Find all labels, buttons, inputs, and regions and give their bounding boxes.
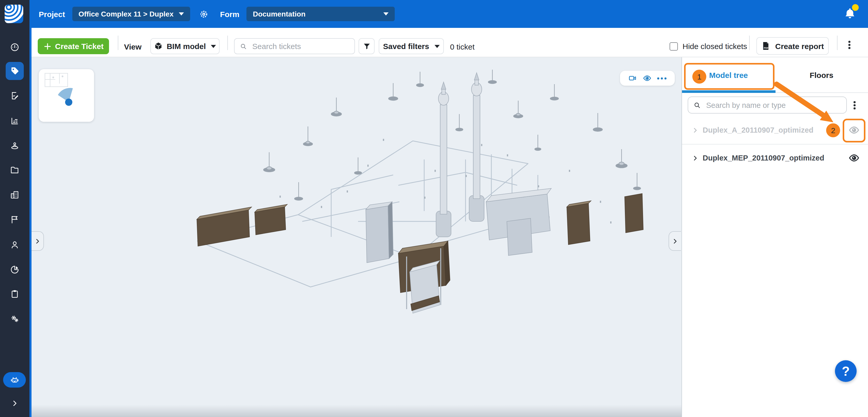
chevron-right-icon — [34, 238, 41, 244]
toolbar-more-button[interactable] — [846, 40, 853, 50]
sidebar-item-reports[interactable] — [6, 112, 24, 130]
app-window: Project Office Complex 11 > Duplex Form … — [0, 0, 868, 417]
chevron-down-icon — [211, 45, 216, 48]
tag-icon — [10, 66, 20, 76]
view-controls — [620, 71, 675, 86]
chevron-down-icon — [434, 45, 439, 48]
sidebar-item-documents[interactable] — [6, 161, 24, 179]
saved-filters-label: Saved filters — [383, 42, 429, 50]
ticket-search — [234, 38, 355, 54]
person-location-icon — [10, 141, 20, 151]
create-ticket-button[interactable]: Create Ticket — [38, 38, 109, 54]
dashboard-icon — [10, 42, 20, 52]
chevron-right-icon — [672, 238, 678, 244]
left-panel-expand-handle[interactable] — [32, 231, 44, 251]
chevron-right-icon — [10, 399, 18, 407]
sidebar-expand-button[interactable] — [9, 396, 20, 410]
tree-options-button[interactable] — [851, 100, 858, 111]
notifications-button[interactable] — [843, 7, 857, 21]
panel-tabs: Model tree Floors — [682, 57, 868, 93]
model-search-input[interactable] — [705, 100, 841, 110]
create-report-button[interactable]: PDF Create report — [756, 37, 829, 55]
visibility-button[interactable] — [643, 74, 652, 82]
form-select[interactable]: Documentation — [247, 7, 395, 21]
project-label: Project — [39, 9, 65, 18]
chevron-down-icon — [383, 12, 389, 15]
sidebar-item-analytics[interactable] — [6, 260, 24, 279]
sidebar-accent-rail — [29, 0, 32, 417]
camera-view-button[interactable] — [628, 74, 637, 82]
tab-model-tree-label: Model tree — [709, 70, 748, 79]
chevron-down-icon — [179, 12, 184, 15]
sidebar-item-projects[interactable] — [6, 186, 24, 204]
visibility-toggle-hidden[interactable] — [848, 125, 860, 136]
buildings-icon — [10, 190, 20, 200]
create-ticket-label: Create Ticket — [55, 42, 103, 50]
view-label: View — [124, 42, 142, 51]
tree-row-duplex-mep[interactable]: Duplex_MEP_20110907_optimized — [682, 144, 868, 171]
toolbar-divider — [837, 36, 838, 50]
expand-chevron-icon[interactable] — [692, 154, 699, 161]
sidebar-item-settings[interactable] — [6, 310, 24, 328]
visibility-toggle-visible[interactable] — [848, 152, 860, 164]
project-select-value: Office Complex 11 > Duplex — [79, 10, 174, 18]
pie-chart-icon — [10, 265, 20, 275]
project-select[interactable]: Office Complex 11 > Duplex — [72, 7, 190, 21]
tab-floors[interactable]: Floors — [775, 57, 868, 92]
toolbar-divider — [118, 36, 118, 50]
tree-item-label: Duplex_MEP_20110907_optimized — [703, 154, 868, 162]
toolbar-divider — [227, 36, 228, 50]
ticket-search-input[interactable] — [251, 41, 349, 51]
create-report-label: Create report — [775, 41, 824, 50]
viewer-canvas[interactable] — [32, 57, 681, 417]
model-search — [688, 97, 847, 113]
help-button[interactable]: ? — [835, 360, 857, 382]
ticket-count: 0 ticket — [450, 42, 474, 51]
gear-icon — [199, 9, 209, 19]
sidebar-item-dashboard[interactable] — [6, 38, 24, 56]
plus-icon — [43, 42, 52, 50]
sidebar-item-users[interactable] — [6, 236, 24, 254]
view-more-button[interactable] — [657, 77, 667, 79]
folder-icon — [10, 165, 20, 175]
help-label: ? — [842, 363, 850, 379]
expand-chevron-icon[interactable] — [692, 127, 699, 133]
tickets-toolbar: Create Ticket View BIM model Saved filte… — [29, 28, 868, 57]
sidebar-item-tasks[interactable] — [6, 285, 24, 303]
hide-closed-toggle[interactable]: Hide closed tickets — [670, 42, 747, 50]
pdf-icon-label: PDF — [764, 47, 769, 49]
tab-floors-label: Floors — [810, 70, 833, 79]
right-panel-collapse-handle[interactable] — [669, 231, 681, 251]
app-logo[interactable] — [5, 5, 23, 23]
search-icon — [693, 101, 701, 109]
tab-model-tree[interactable]: Model tree — [682, 57, 775, 92]
assistant-button[interactable] — [3, 372, 26, 388]
hide-closed-label: Hide closed tickets — [683, 42, 747, 50]
sidebar-item-site[interactable] — [6, 137, 24, 155]
funnel-icon — [363, 42, 371, 50]
minimap-thumbnail[interactable] — [39, 69, 94, 122]
logo-icon — [5, 5, 23, 23]
sidebar-item-milestones[interactable] — [6, 211, 24, 229]
sidebar-item-forms[interactable] — [6, 87, 24, 105]
flag-icon — [10, 215, 20, 224]
top-bar: Project Office Complex 11 > Duplex Form … — [29, 0, 868, 28]
toolbar-divider — [749, 36, 750, 50]
person-icon — [10, 240, 20, 250]
robot-icon — [9, 374, 20, 385]
form-select-value: Documentation — [253, 10, 378, 18]
active-tab-indicator — [682, 90, 776, 93]
minimap-content — [39, 69, 94, 122]
camera-position-dot — [65, 99, 72, 106]
project-settings-button[interactable] — [199, 9, 209, 19]
saved-filters-select[interactable]: Saved filters — [379, 38, 444, 54]
filter-button[interactable] — [359, 38, 375, 54]
sidebar-item-tickets[interactable] — [6, 62, 24, 80]
clipboard-icon — [10, 289, 20, 299]
hide-closed-checkbox[interactable] — [670, 42, 678, 50]
view-mode-select[interactable]: BIM model — [150, 38, 220, 54]
view-mode-value: BIM model — [167, 42, 206, 50]
bim-model-3d-view — [176, 67, 672, 325]
cube-icon — [154, 42, 162, 50]
tree-row-duplex-a[interactable]: Duplex_A_20110907_optimized — [682, 116, 868, 144]
